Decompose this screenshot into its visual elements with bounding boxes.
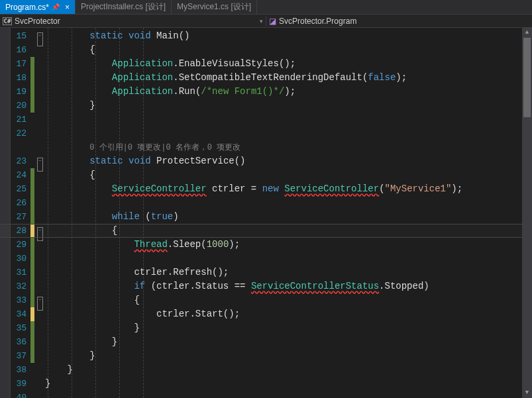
marker-cell <box>30 196 45 210</box>
line-number: 16 <box>11 43 27 57</box>
token: { <box>89 170 95 180</box>
token: SetCompatibleTextRenderingDefault <box>179 72 362 83</box>
marker-cell <box>30 293 45 307</box>
line-number: 22 <box>11 126 27 140</box>
code-line[interactable]: ServiceController ctrler = new ServiceCo… <box>45 182 532 196</box>
code-line[interactable]: static void ProtectService() <box>45 154 532 168</box>
code-line[interactable] <box>45 196 532 210</box>
token <box>123 156 129 166</box>
code-line[interactable]: ctrler.Start(); <box>45 307 532 321</box>
marker-cell <box>30 252 45 266</box>
token: ); <box>396 72 407 83</box>
token: ServiceController <box>284 183 379 194</box>
token: ctrler = <box>207 183 262 194</box>
token: (); <box>212 267 229 277</box>
token: EnableVisualStyles <box>179 58 279 69</box>
code-line[interactable]: static void Main() <box>45 29 532 43</box>
token: ( <box>379 183 384 194</box>
token: . <box>173 58 178 69</box>
line-number: 37 <box>11 349 27 363</box>
code-line[interactable]: } <box>45 321 532 335</box>
line-number: 25 <box>11 182 27 196</box>
indicator-margin <box>0 28 11 398</box>
code-line[interactable]: { <box>45 168 532 182</box>
code-line[interactable]: while (true) <box>45 210 532 224</box>
vertical-scrollbar[interactable]: ▲ ▼ <box>522 28 532 398</box>
token: . <box>173 72 178 83</box>
token: Thread <box>134 239 167 250</box>
code-line[interactable]: Thread.Sleep(1000); <box>45 238 532 252</box>
code-line[interactable]: if (ctrler.Status == ServiceControllerSt… <box>45 279 532 293</box>
code-line[interactable]: ctrler.Refresh(); <box>45 266 532 279</box>
change-bar-saved <box>30 335 34 349</box>
token: ); <box>229 239 240 250</box>
breadcrumb-member[interactable]: ◪ SvcProtector.Program <box>266 17 532 26</box>
change-bar-saved <box>30 57 34 71</box>
line-number: 36 <box>11 335 27 349</box>
token: ); <box>284 86 295 97</box>
code-line[interactable]: Application.SetCompatibleTextRenderingDe… <box>45 71 532 85</box>
token: 1000 <box>207 239 229 250</box>
code-line[interactable]: { <box>45 224 532 238</box>
token: ); <box>451 183 462 194</box>
line-number: 35 <box>11 321 27 335</box>
marker-cell <box>30 307 45 321</box>
marker-cell <box>30 377 45 391</box>
scroll-thumb[interactable] <box>523 38 531 117</box>
code-editor[interactable]: 1516171819202122232425262728293031323334… <box>0 28 532 398</box>
token: true <box>151 211 174 222</box>
change-bar-saved <box>30 85 34 99</box>
line-number-gutter: 1516171819202122232425262728293031323334… <box>11 28 30 398</box>
tab-0[interactable]: Program.cs*📌× <box>0 0 76 14</box>
token: Start <box>195 309 223 319</box>
marker-cell <box>30 349 45 363</box>
token: ServiceController <box>112 183 207 194</box>
code-line[interactable]: 0 个引用|0 项更改|0 名作者，0 项更改 <box>45 140 532 154</box>
token: (ctrler.Status == <box>145 281 251 291</box>
code-line[interactable]: Application.EnableVisualStyles(); <box>45 57 532 71</box>
code-line[interactable] <box>45 126 532 140</box>
token: . <box>173 86 178 97</box>
token: Application <box>112 72 173 83</box>
token: ctrler. <box>134 267 173 277</box>
line-number: 33 <box>11 293 27 307</box>
token: } <box>134 323 139 333</box>
tab-1[interactable]: ProjectInstaller.cs [设计] <box>76 0 172 14</box>
code-line[interactable]: } <box>45 377 532 391</box>
tab-bar: Program.cs*📌×ProjectInstaller.cs [设计]MyS… <box>0 0 532 15</box>
code-line[interactable]: } <box>45 335 532 349</box>
token: ( <box>201 239 206 250</box>
code-line[interactable] <box>45 113 532 126</box>
scroll-up-arrow[interactable]: ▲ <box>522 28 532 38</box>
code-line[interactable]: { <box>45 293 532 307</box>
change-bar-saved <box>30 349 34 363</box>
marker-cell <box>30 391 45 398</box>
line-number: 21 <box>11 113 27 126</box>
code-area[interactable]: static void Main() { Application.EnableV… <box>45 28 532 398</box>
tab-2[interactable]: MyService1.cs [设计] <box>172 0 257 14</box>
line-number <box>11 140 27 154</box>
token: { <box>134 295 139 305</box>
change-bar-saved <box>30 182 34 196</box>
token: { <box>112 225 117 236</box>
marker-gutter: −−−− <box>30 28 45 398</box>
pin-icon[interactable]: 📌 <box>52 3 60 11</box>
close-icon[interactable]: × <box>65 3 70 12</box>
code-line[interactable]: { <box>45 43 532 57</box>
code-line[interactable]: Application.Run(/*new Form1()*/); <box>45 85 532 99</box>
breadcrumb-scope[interactable]: C# SvcProtector ▾ <box>0 17 266 26</box>
token: } <box>68 364 73 375</box>
token: ctrler. <box>156 309 195 319</box>
marker-cell <box>30 266 45 279</box>
scroll-down-arrow[interactable]: ▼ <box>522 388 532 398</box>
code-line[interactable] <box>45 252 532 266</box>
code-line[interactable]: } <box>45 99 532 113</box>
line-number: 39 <box>11 377 27 391</box>
marker-cell <box>30 99 45 113</box>
chevron-down-icon: ▾ <box>260 18 263 25</box>
code-line[interactable]: } <box>45 363 532 377</box>
code-line[interactable] <box>45 391 532 398</box>
code-line[interactable]: } <box>45 349 532 363</box>
marker-cell <box>30 168 45 182</box>
change-bar-saved <box>30 252 34 266</box>
